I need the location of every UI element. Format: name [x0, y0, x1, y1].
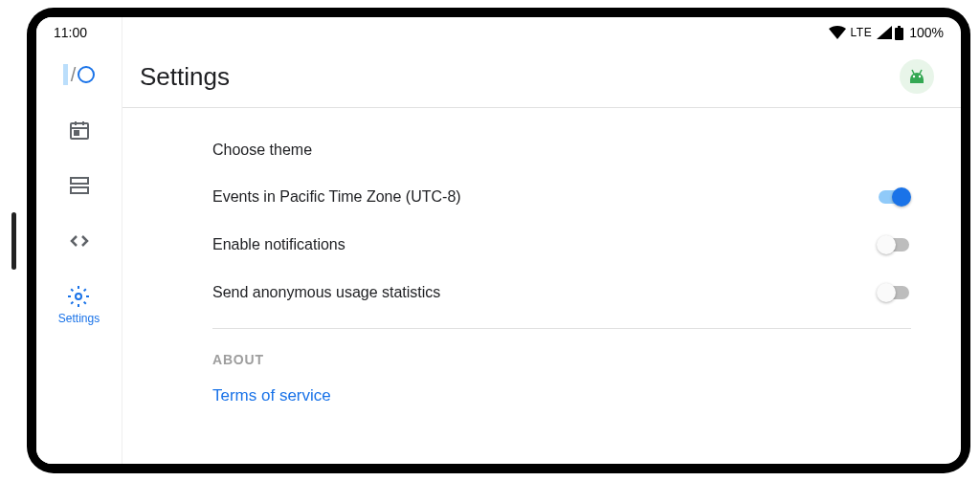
page-title: Settings [140, 62, 230, 92]
calendar-icon [68, 119, 91, 142]
battery-icon [895, 26, 903, 40]
usage-stats-toggle[interactable] [877, 283, 911, 302]
timezone-toggle[interactable] [877, 187, 911, 207]
nav-codelabs[interactable] [68, 230, 91, 252]
setting-timezone[interactable]: Events in Pacific Time Zone (UTC-8) [212, 173, 911, 221]
settings-list: Choose theme Events in Pacific Time Zone… [122, 108, 961, 464]
svg-point-12 [919, 76, 921, 77]
svg-rect-8 [71, 187, 88, 193]
setting-label: Enable notifications [212, 236, 345, 253]
wifi-icon [829, 26, 846, 39]
status-bar: 11:00 LTE 100% [36, 17, 961, 48]
terms-of-service-link[interactable]: Terms of service [212, 375, 911, 417]
notifications-toggle[interactable] [877, 235, 911, 254]
status-indicators: LTE 100% [829, 25, 944, 40]
nav-settings[interactable]: Settings [58, 285, 100, 325]
svg-rect-0 [895, 28, 903, 40]
setting-choose-theme[interactable]: Choose theme [212, 127, 911, 173]
status-time: 11:00 [54, 25, 87, 40]
header: Settings [122, 52, 961, 108]
setting-label: Send anonymous usage statistics [212, 284, 440, 301]
main-content: Settings Choose theme Events in Pacific … [122, 17, 961, 464]
nav-settings-label: Settings [58, 312, 100, 325]
gear-icon [67, 285, 90, 308]
setting-label: Events in Pacific Time Zone (UTC-8) [212, 188, 461, 206]
signal-icon [877, 26, 892, 39]
nav-schedule[interactable] [68, 119, 91, 142]
code-icon [68, 230, 91, 252]
android-avatar-icon [902, 62, 931, 91]
about-section-label: ABOUT [212, 329, 911, 375]
nav-feed[interactable] [68, 174, 91, 197]
svg-point-11 [913, 76, 915, 77]
svg-rect-1 [898, 26, 901, 28]
setting-notifications[interactable]: Enable notifications [212, 221, 911, 269]
svg-rect-7 [71, 178, 88, 184]
svg-rect-6 [75, 131, 78, 135]
svg-point-9 [76, 294, 81, 299]
network-label: LTE [851, 26, 873, 39]
battery-label: 100% [909, 25, 944, 40]
avatar[interactable] [900, 59, 934, 94]
io-logo[interactable]: / [63, 63, 96, 86]
setting-usage-stats[interactable]: Send anonymous usage statistics [212, 269, 911, 317]
setting-label: Choose theme [212, 142, 312, 159]
sidebar: / Settings [36, 17, 122, 464]
feed-icon [68, 174, 91, 197]
